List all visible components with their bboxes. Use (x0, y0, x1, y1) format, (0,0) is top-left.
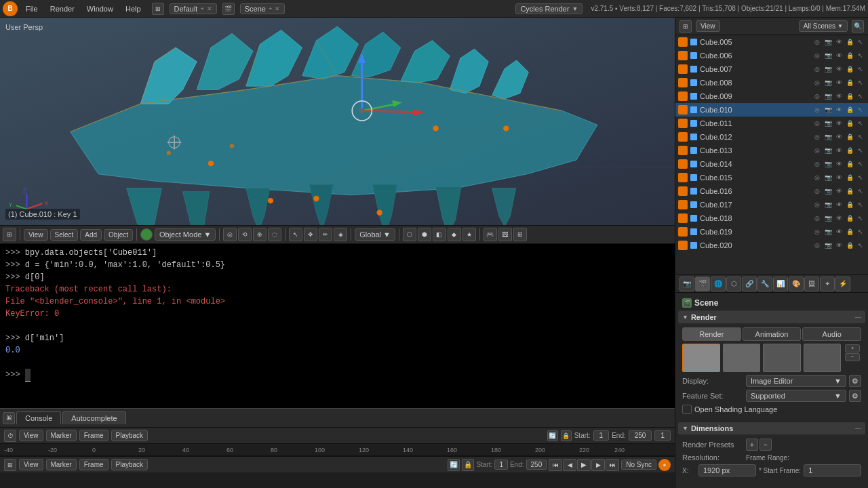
lock-icon[interactable]: 🔒 (561, 430, 572, 441)
scene-selector[interactable]: Scene + ✕ (240, 3, 285, 14)
solid-icon[interactable]: ⬢ (418, 228, 431, 241)
cursor-icon-1[interactable]: ↖ (856, 51, 865, 60)
jump-end-btn[interactable]: ⏭ (606, 459, 619, 471)
remove-thumb-btn[interactable]: − (845, 353, 860, 361)
dimensions-section-header[interactable]: ▼ Dimensions — (678, 422, 865, 434)
restrict-icon-3[interactable]: ◎ (812, 78, 822, 87)
camera-icon-10[interactable]: 📷 (823, 173, 833, 182)
cursor-icon-0[interactable]: ↖ (856, 37, 865, 47)
rendered-icon[interactable]: ★ (462, 228, 476, 241)
render-icon[interactable]: 🖼 (498, 228, 512, 241)
eye-icon-4[interactable]: 👁 (834, 92, 844, 101)
jump-start-btn[interactable]: ⏮ (549, 459, 562, 471)
view-menu[interactable]: View (24, 229, 48, 241)
material-icon[interactable]: ◆ (448, 228, 461, 241)
camera-icon-13[interactable]: 📷 (823, 214, 833, 223)
prev-frame-btn[interactable]: ◀ (563, 459, 576, 471)
cursor-icon-11[interactable]: ↖ (856, 186, 865, 196)
start-frame-value[interactable]: 1 (804, 464, 861, 476)
snap-icon[interactable]: ⊕ (253, 228, 267, 241)
cursor-icon-14[interactable]: ↖ (856, 227, 865, 237)
restrict-icon-0[interactable]: ◎ (812, 37, 822, 47)
camera-icon-9[interactable]: 📷 (823, 159, 833, 169)
shading-dropdown[interactable]: Global ▼ (355, 228, 395, 241)
start-val-2[interactable]: 1 (494, 460, 508, 470)
eye-icon-5[interactable]: 👁 (834, 105, 844, 115)
cursor-icon-5[interactable]: ↖ (856, 105, 865, 115)
restrict-icon-15[interactable]: ◎ (812, 241, 822, 250)
timeline-view-menu[interactable]: View (19, 430, 43, 441)
cursor-icon-8[interactable]: ↖ (856, 146, 865, 155)
outliner-item-cube010[interactable]: Cube.010 ◎ 📷 👁 🔒 ↖ (675, 103, 868, 117)
menu-file[interactable]: File (20, 3, 43, 14)
lock-icon-8[interactable]: 🔒 (845, 146, 854, 155)
props-modifier-icon[interactable]: 🔧 (757, 277, 772, 291)
console-tab-autocomplete[interactable]: Autocomplete (62, 411, 125, 424)
viewport-3d[interactable]: User Persp (0, 18, 675, 225)
mode-dropdown[interactable]: Object Mode ▼ (155, 228, 216, 241)
eye-icon-8[interactable]: 👁 (834, 146, 844, 155)
restrict-icon-11[interactable]: ◎ (812, 186, 822, 196)
paint-tool[interactable]: ✏ (319, 228, 332, 241)
props-world-icon[interactable]: 🌐 (711, 277, 726, 291)
display-settings-icon[interactable]: ⚙ (849, 375, 861, 387)
camera-icon-2[interactable]: 📷 (823, 64, 833, 74)
workspace-close[interactable]: ✕ (207, 5, 212, 12)
eye-icon-12[interactable]: 👁 (834, 200, 844, 209)
cursor-icon-15[interactable]: ↖ (856, 241, 865, 250)
camera-icon-11[interactable]: 📷 (823, 186, 833, 196)
camera-icon-6[interactable]: 📷 (823, 119, 833, 128)
cursor-icon-6[interactable]: ↖ (856, 119, 865, 128)
outliner-item-cube017[interactable]: Cube.017 ◎ 📷 👁 🔒 ↖ (675, 198, 868, 211)
timeline-marker-menu[interactable]: Marker (46, 430, 77, 441)
eye-icon-15[interactable]: 👁 (834, 241, 844, 250)
add-thumb-btn[interactable]: + (845, 344, 860, 352)
osl-checkbox[interactable] (682, 405, 692, 414)
cursor-icon-7[interactable]: ↖ (856, 132, 865, 142)
camera-icon-3[interactable]: 📷 (823, 78, 833, 87)
lock-icon-15[interactable]: 🔒 (845, 241, 854, 250)
restrict-icon-8[interactable]: ◎ (812, 146, 822, 155)
restrict-icon-10[interactable]: ◎ (812, 173, 822, 182)
workspace-add[interactable]: + (200, 5, 203, 12)
play-btn[interactable]: ▶ (577, 459, 591, 471)
restrict-icon-9[interactable]: ◎ (812, 159, 822, 169)
restrict-icon-5[interactable]: ◎ (812, 105, 822, 115)
restrict-icon-1[interactable]: ◎ (812, 51, 822, 60)
sync-icon-2[interactable]: 🔄 (448, 459, 460, 471)
lock-icon-7[interactable]: 🔒 (845, 132, 854, 142)
cursor-icon-3[interactable]: ↖ (856, 78, 865, 87)
lock-icon-10[interactable]: 🔒 (845, 173, 854, 182)
outliner-item-cube007[interactable]: Cube.007 ◎ 📷 👁 🔒 ↖ (675, 62, 868, 76)
cursor-icon-12[interactable]: ↖ (856, 200, 865, 209)
console-input-line[interactable]: >>> ​ (5, 369, 669, 382)
props-data-icon[interactable]: 📊 (773, 277, 788, 291)
cursor-icon-13[interactable]: ↖ (856, 214, 865, 223)
eye-icon-2[interactable]: 👁 (834, 64, 844, 74)
current-frame[interactable]: 1 (654, 430, 671, 441)
lock-icon-14[interactable]: 🔒 (845, 227, 854, 237)
timeline-frame-menu[interactable]: Frame (79, 430, 108, 441)
eye-icon-7[interactable]: 👁 (834, 132, 844, 142)
sync-icon[interactable]: 🔄 (547, 430, 558, 441)
lock-icon-12[interactable]: 🔒 (845, 200, 854, 209)
props-scene-icon active[interactable]: 🎬 (695, 277, 710, 291)
props-render-icon[interactable]: 📷 (679, 277, 694, 291)
next-frame-btn[interactable]: ▶ (591, 459, 605, 471)
scene-close[interactable]: ✕ (275, 5, 280, 12)
timeline-playback-menu[interactable]: Playback (111, 430, 149, 441)
lock-icon-2[interactable]: 🔒 (845, 64, 854, 74)
outliner-item-cube015[interactable]: Cube.015 ◎ 📷 👁 🔒 ↖ (675, 171, 868, 184)
start-frame-value[interactable]: 1 (593, 430, 610, 441)
outliner-item-cube013[interactable]: Cube.013 ◎ 📷 👁 🔒 ↖ (675, 144, 868, 157)
props-material-icon[interactable]: 🎨 (789, 277, 804, 291)
viewport-canvas[interactable]: X Z Y (0, 18, 675, 225)
bottom-marker-menu[interactable]: Marker (46, 459, 77, 470)
restrict-icon-14[interactable]: ◎ (812, 227, 822, 237)
workspace-selector[interactable]: Default + ✕ (170, 3, 217, 14)
overlay-icon[interactable]: ⊞ (513, 228, 527, 241)
outliner-item-cube005[interactable]: Cube.005 ◎ 📷 👁 🔒 ↖ (675, 35, 868, 49)
render-engine-selector[interactable]: Cycles Render ▼ (515, 3, 583, 14)
scene-add[interactable]: + (269, 5, 272, 12)
restrict-icon-7[interactable]: ◎ (812, 132, 822, 142)
